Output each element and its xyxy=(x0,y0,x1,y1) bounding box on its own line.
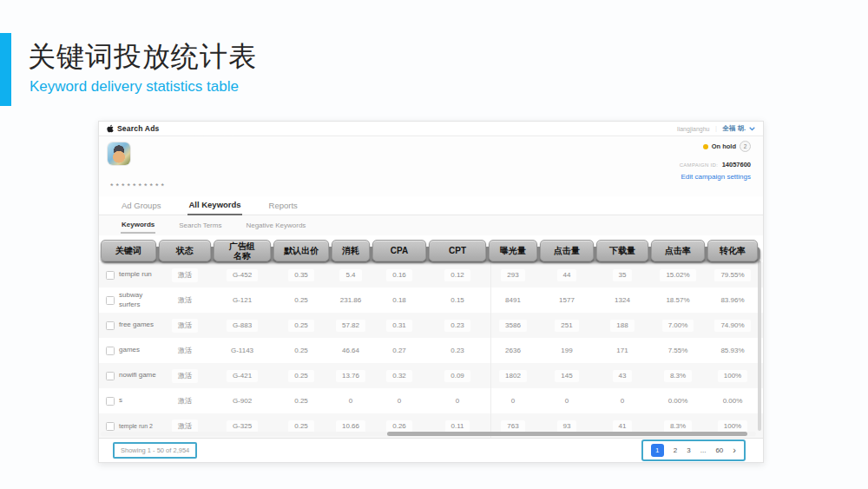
col-header-cvr[interactable]: 转化率 xyxy=(707,240,758,261)
col-header-spend[interactable]: 消耗 xyxy=(332,240,370,261)
subtab-negative-keywords[interactable]: Negative Keywords xyxy=(245,218,306,233)
page-60-button[interactable]: 60 xyxy=(715,446,723,454)
pagination: 1 2 3 ... 60 › xyxy=(641,439,746,461)
keyword-cell: subway surfers xyxy=(119,291,156,309)
next-page-button chevron-right-icon[interactable]: › xyxy=(733,446,736,455)
cpa-cell: 0.26 xyxy=(386,420,412,433)
taps-cell: 0 xyxy=(565,397,569,405)
bid-cell: 0.25 xyxy=(288,320,314,332)
cpt-cell: 0.23 xyxy=(450,347,464,354)
keyword-cell: temple run xyxy=(119,270,152,279)
cpa-cell: 0.27 xyxy=(392,347,406,354)
bid-cell: 0.25 xyxy=(294,397,308,405)
col-header-ctr[interactable]: 点击率 xyxy=(651,240,705,261)
impressions-cell: 8491 xyxy=(505,296,521,304)
impressions-cell: 2636 xyxy=(505,347,521,354)
search-ads-panel: Search Ads liangjianghu ｜ 全福 胡. ********… xyxy=(98,121,764,463)
col-header-keyword[interactable]: 关键词 xyxy=(101,240,156,261)
impressions-cell: 0 xyxy=(511,397,515,405)
taps-cell: 93 xyxy=(557,420,577,433)
status-cell: 激活 xyxy=(172,268,198,282)
subtab-search-terms[interactable]: Search Terms xyxy=(178,218,222,233)
cpa-cell: 0.18 xyxy=(392,296,406,304)
account-name: 全福 胡. xyxy=(722,124,746,133)
ctr-cell: 8.3% xyxy=(664,420,692,433)
account-menu[interactable]: liangjianghu ｜ 全福 胡. xyxy=(677,124,755,133)
account-user: liangjianghu xyxy=(677,126,709,132)
vertical-scrollbar-thumb[interactable] xyxy=(758,261,761,431)
adgroup-cell: G-121 xyxy=(233,296,252,304)
status-cell: 激活 xyxy=(178,346,192,355)
horizontal-scrollbar xyxy=(101,432,756,436)
horizontal-scrollbar-thumb[interactable] xyxy=(387,432,747,436)
col-header-cpa[interactable]: CPA xyxy=(372,240,426,261)
page-1-button[interactable]: 1 xyxy=(651,444,664,457)
spend-cell: 231.86 xyxy=(340,296,361,304)
ctr-cell: 7.00% xyxy=(662,320,694,332)
keyword-table-body: temple run 激活 G-452 0.35 5.4 0.16 0.12 2… xyxy=(99,262,763,439)
adgroup-cell: G-1143 xyxy=(231,347,253,354)
cpt-cell: 0 xyxy=(456,397,459,405)
col-header-impressions[interactable]: 曝光量 xyxy=(489,240,537,261)
subtab-keywords[interactable]: Keywords xyxy=(121,217,155,234)
page-2-button[interactable]: 2 xyxy=(674,446,677,454)
col-header-default-bid[interactable]: 默认出价 xyxy=(273,240,329,261)
row-checkbox[interactable] xyxy=(106,271,115,280)
status-dot-icon xyxy=(703,144,708,149)
row-checkbox[interactable] xyxy=(106,321,115,330)
tab-ad-groups[interactable]: Ad Groups xyxy=(121,197,161,215)
installs-cell: 0 xyxy=(621,397,624,405)
app-icon xyxy=(108,142,130,165)
status-cell: 激活 xyxy=(172,369,198,383)
cpt-cell: 0.12 xyxy=(444,269,470,281)
adgroup-cell: G-325 xyxy=(227,420,258,433)
status-cell: 激活 xyxy=(178,396,192,406)
bid-cell: 0.25 xyxy=(294,347,308,354)
row-checkbox[interactable] xyxy=(106,296,115,305)
apple-logo-icon xyxy=(107,121,114,136)
table-row: temple run 激活 G-452 0.35 5.4 0.16 0.12 2… xyxy=(99,262,763,287)
page-3-button[interactable]: 3 xyxy=(687,446,690,454)
ctr-cell: 18.57% xyxy=(666,296,689,304)
sub-tabs: Keywords Search Terms Negative Keywords xyxy=(99,215,763,235)
col-header-installs[interactable]: 下载量 xyxy=(596,240,648,261)
table-row: nowifi game 激活 G-421 0.25 13.76 0.32 0.0… xyxy=(99,363,763,388)
row-checkbox[interactable] xyxy=(106,372,115,380)
adgroup-cell: G-452 xyxy=(227,269,258,281)
cpt-cell: 0.15 xyxy=(450,296,464,304)
tab-reports[interactable]: Reports xyxy=(268,197,299,215)
account-separator: ｜ xyxy=(713,124,719,133)
edit-campaign-settings-link[interactable]: Edit campaign settings xyxy=(680,173,751,181)
row-checkbox[interactable] xyxy=(106,422,115,431)
tab-all-keywords[interactable]: All Keywords xyxy=(187,196,241,215)
table-row: s 激活 G-902 0.25 0 0 0 0 0 0 0.00% 0.00% xyxy=(99,388,763,413)
showing-count: Showing 1 - 50 of 2,954 xyxy=(115,444,195,457)
col-header-taps[interactable]: 点击量 xyxy=(540,240,594,261)
cvr-cell: 74.90% xyxy=(714,320,750,332)
row-checkbox[interactable] xyxy=(106,397,115,406)
campaign-id-line: CAMPAIGN ID: 14057600 xyxy=(680,155,751,170)
taps-cell: 145 xyxy=(555,370,578,382)
col-header-status[interactable]: 状态 xyxy=(159,240,211,261)
impressions-cell: 1802 xyxy=(499,370,527,382)
spend-cell: 13.76 xyxy=(336,370,365,382)
col-header-adgroup-name[interactable]: 广告组 名称 xyxy=(214,240,271,261)
keyword-cell: nowifi game xyxy=(119,371,156,380)
col-header-cpt[interactable]: CPT xyxy=(429,240,486,261)
taps-cell: 1577 xyxy=(559,296,575,304)
taps-cell: 44 xyxy=(557,269,577,281)
keyword-cell: free games xyxy=(119,320,154,329)
cvr-cell: 0.00% xyxy=(723,397,743,405)
bid-cell: 0.25 xyxy=(288,370,314,382)
installs-cell: 171 xyxy=(616,347,628,354)
spend-cell: 5.4 xyxy=(339,269,361,281)
chevron-down-icon xyxy=(749,126,755,132)
table-row: subway surfers 激活 G-121 0.25 231.86 0.18… xyxy=(99,287,763,313)
cvr-cell: 100% xyxy=(718,370,747,382)
cvr-cell: 100% xyxy=(718,420,747,433)
row-checkbox[interactable] xyxy=(106,347,115,355)
cvr-cell: 83.96% xyxy=(720,296,744,304)
installs-cell: 1324 xyxy=(615,296,630,304)
impressions-cell: 293 xyxy=(501,269,524,281)
spend-cell: 46.64 xyxy=(342,347,359,354)
